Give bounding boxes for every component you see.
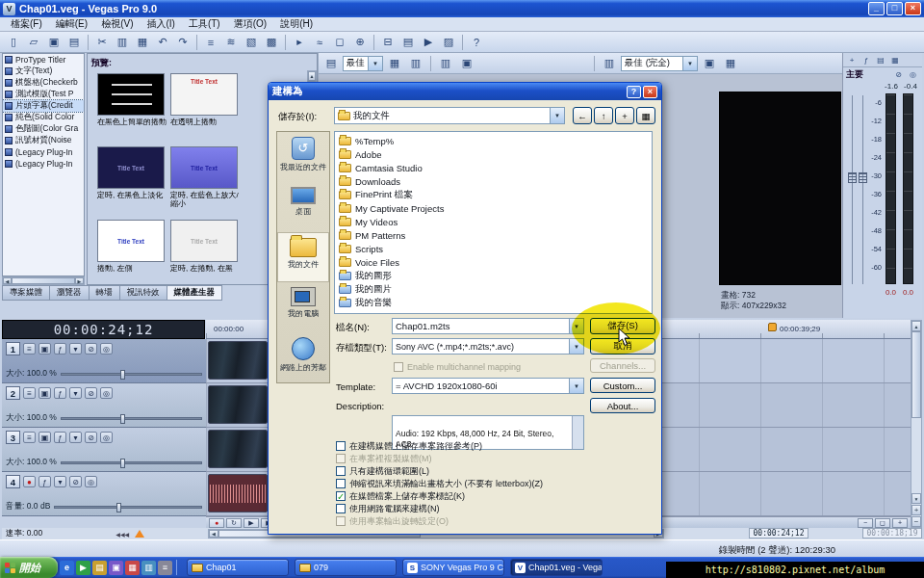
option-row[interactable]: 在建構媒體上儲存專案路徑參考(P) (336, 441, 482, 451)
mute-icon[interactable]: ⊘ (892, 69, 905, 80)
taskbar-button-vegas-active[interactable]: V Chap01.veg - Vegas P... (510, 559, 603, 576)
track-number[interactable]: 2 (6, 386, 20, 400)
file-list-item[interactable]: 我的音樂 (337, 296, 650, 309)
generator-item[interactable]: 訊號材質(Noise (3, 135, 84, 146)
taskbar-button-079-folder[interactable]: 079 (295, 559, 397, 576)
preset-thumbnail[interactable]: Title Text (170, 220, 238, 262)
tab-explorer[interactable]: 瀏覽器 (50, 285, 90, 301)
lock-envelopes-icon[interactable]: ▧ (242, 33, 261, 51)
file-list-item[interactable]: Downloads (337, 174, 650, 188)
track-fx-icon[interactable]: ƒ (54, 432, 66, 443)
generator-item[interactable]: 色階圖(Color Gra (3, 123, 84, 135)
mute-icon[interactable]: ⊘ (69, 476, 82, 487)
track-fx-icon[interactable]: ƒ (38, 476, 51, 487)
template-select[interactable]: = AVCHD 1920x1080-60i ▼ (392, 378, 584, 394)
automation-icon[interactable]: ▾ (69, 343, 82, 355)
generator-item[interactable]: (Legacy Plug-In (3, 158, 84, 170)
properties-icon[interactable]: ▤ (64, 33, 84, 51)
snap-icon[interactable]: ≡ (201, 33, 220, 51)
taskbar-button-vegas-help[interactable]: S SONY Vegas Pro 9 C... (402, 559, 504, 576)
zoom-tool-icon[interactable]: ◻ (875, 518, 890, 528)
menu-file[interactable]: 檔案(F) (4, 16, 49, 32)
track-header-3[interactable]: 3 ≡ ▣ ƒ ▾ ⊘ ◎ 大小: 100.0 % (2, 428, 206, 472)
track-header-2[interactable]: 2 ≡ ▣ ƒ ▾ ⊘ ◎ 大小: 100.0 % (2, 383, 206, 428)
cancel-button[interactable]: 取消 (590, 338, 655, 355)
track-fx-icon[interactable]: ƒ (54, 387, 66, 399)
new-folder-icon[interactable]: + (615, 107, 634, 124)
preview-fullsize-icon[interactable]: ▦ (721, 54, 740, 72)
master-fader-left[interactable] (848, 172, 857, 183)
file-list-item[interactable]: My Videos (337, 215, 650, 228)
file-name-input[interactable]: Chap01.m2ts ▼ (392, 318, 584, 334)
mixer-views-icon[interactable]: ▦ (888, 54, 902, 66)
chevron-down-icon[interactable]: ▼ (550, 108, 564, 123)
quicklaunch-mail-icon[interactable]: ▦ (125, 561, 140, 575)
record-arm-icon[interactable]: ● (23, 476, 36, 487)
place-desktop[interactable]: 桌面 (277, 182, 329, 232)
file-list-item[interactable]: 我的圖形 (337, 269, 650, 282)
video-event[interactable] (208, 385, 268, 424)
copy-icon[interactable]: ▥ (113, 33, 132, 51)
track-fx-icon[interactable]: ƒ (54, 343, 66, 355)
generator-item[interactable]: (Legacy Plug-In (3, 146, 84, 158)
cut-icon[interactable]: ✂ (92, 33, 112, 51)
record-icon[interactable]: ● (209, 518, 224, 528)
file-type-select[interactable]: Sony AVC (*.mp4;*.m2ts;*.avc) ▼ (392, 338, 584, 355)
open-icon[interactable]: ▱ (24, 33, 43, 51)
timecode-display[interactable]: 00:00:24;12 (2, 320, 205, 339)
checkbox[interactable] (336, 466, 346, 476)
generator-item-selected[interactable]: 片頭字幕(Credit (3, 100, 84, 112)
start-button[interactable]: 開始 (0, 557, 58, 578)
video-event[interactable] (208, 430, 268, 468)
save-in-select[interactable]: 我的文件 ▼ (334, 107, 565, 124)
selection-tool-icon[interactable]: ◻ (330, 33, 349, 51)
nudge-icons[interactable]: ◀◀◀ (116, 531, 129, 538)
redo-icon[interactable]: ↷ (173, 33, 192, 51)
zoom-in-icon[interactable]: + (911, 505, 921, 515)
media-manager-icon[interactable]: ▨ (439, 33, 458, 51)
automation-icon[interactable]: ▾ (69, 387, 82, 399)
generator-list-hscrollbar[interactable]: ◀▶ (2, 276, 85, 285)
track-level-slider[interactable] (61, 461, 202, 464)
play-from-start-icon[interactable]: ▶ (244, 518, 259, 528)
selection-start-timecode[interactable]: 00:00:24;12 (749, 528, 808, 539)
close-icon[interactable]: × (905, 2, 921, 15)
mute-icon[interactable]: ⊘ (85, 343, 97, 355)
ignore-grouping-icon[interactable]: ▩ (262, 33, 281, 51)
safe-area-icon[interactable]: ▥ (406, 54, 425, 72)
preset-thumbnail[interactable]: Title Text (170, 146, 238, 189)
mixer-window-icon[interactable]: ▤ (398, 33, 418, 51)
quicklaunch-folder-icon[interactable]: ▤ (92, 561, 107, 575)
video-event[interactable] (208, 341, 268, 380)
automation-icon[interactable]: ▾ (69, 432, 82, 443)
maximize-icon[interactable]: □ (886, 2, 903, 15)
track-motion-icon[interactable]: ▣ (38, 432, 51, 443)
tab-project-media[interactable]: 專案媒體 (2, 285, 50, 301)
tab-transitions[interactable]: 轉場 (90, 285, 120, 301)
quicklaunch-media-icon[interactable]: ▶ (76, 561, 90, 575)
checkbox[interactable] (336, 491, 346, 501)
compositing-icon[interactable]: ≡ (23, 387, 36, 399)
save-button[interactable]: 儲存(S) (590, 318, 655, 334)
split-screen-icon[interactable]: ▣ (700, 54, 719, 72)
file-list-item[interactable]: %Temp% (337, 134, 650, 147)
solo-icon[interactable]: ◎ (100, 387, 113, 399)
quicklaunch-tool-icon[interactable]: ≡ (158, 561, 172, 575)
external-monitor-icon[interactable]: ▥ (600, 54, 619, 72)
automation-icon[interactable]: ▾ (54, 476, 66, 487)
menu-tools[interactable]: 工具(T) (182, 16, 227, 32)
audio-event[interactable] (208, 474, 268, 512)
zoom-out-icon[interactable]: − (911, 516, 921, 527)
undo-icon[interactable]: ↶ (153, 33, 172, 51)
track-volume-slider[interactable] (54, 506, 202, 509)
mute-icon[interactable]: ⊘ (85, 432, 97, 443)
file-list-item[interactable]: 我的圖片 (337, 282, 650, 296)
chevron-down-icon[interactable]: ▼ (569, 339, 583, 354)
timeline-vscrollbar[interactable]: ▲ ▼ + − (911, 320, 922, 528)
option-row[interactable]: 使用網路電腦來建構(N) (336, 504, 440, 513)
checkbox[interactable] (336, 504, 346, 513)
file-list-item[interactable]: My Captivate Projects (337, 201, 650, 215)
description-scrollbar[interactable] (572, 416, 583, 449)
option-row[interactable]: 在媒體檔案上儲存專案標記(K) (336, 491, 465, 501)
place-my-computer[interactable]: 我的電腦 (277, 282, 329, 332)
